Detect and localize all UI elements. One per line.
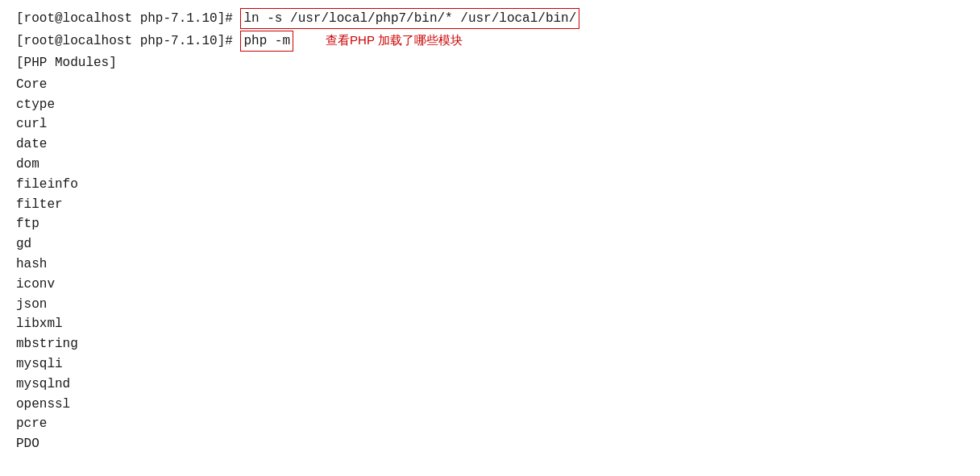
list-item: Core: [16, 75, 964, 95]
php-modules-header: [PHP Modules]: [16, 53, 964, 73]
list-item: gd: [16, 234, 964, 255]
list-item: mbstring: [16, 334, 964, 354]
php-m-annotation: 查看PHP 加载了哪些模块: [326, 31, 463, 50]
php-m-prompt: [root@localhost php-7.1.10]#: [16, 31, 240, 51]
list-item: mysqlnd: [16, 375, 964, 395]
list-item: curl: [16, 114, 964, 135]
list-item: pcre: [16, 414, 964, 434]
list-item: ctype: [16, 95, 964, 115]
list-item: libxml: [16, 314, 964, 334]
module-list: Core ctype curl date dom fileinfo filter…: [16, 75, 964, 454]
ln-prompt: [root@localhost php-7.1.10]#: [16, 9, 240, 28]
list-item: date: [16, 135, 964, 155]
list-item: hash: [16, 255, 964, 275]
list-item: iconv: [16, 275, 964, 295]
list-item: json: [16, 295, 964, 315]
list-item: ftp: [16, 214, 964, 234]
list-item: mysqli: [16, 354, 964, 375]
list-item: openssl: [16, 395, 964, 415]
list-item: dom: [16, 155, 964, 175]
ln-command-box: ln -s /usr/local/php7/bin/* /usr/local/b…: [240, 8, 579, 29]
list-item: PDO: [16, 434, 964, 454]
php-m-command-box: php -m: [240, 31, 293, 52]
php-m-command-line: [root@localhost php-7.1.10]# php -m 查看PH…: [16, 31, 964, 52]
ln-command-line: [root@localhost php-7.1.10]# ln -s /usr/…: [16, 8, 964, 29]
list-item: fileinfo: [16, 175, 964, 195]
list-item: filter: [16, 195, 964, 215]
